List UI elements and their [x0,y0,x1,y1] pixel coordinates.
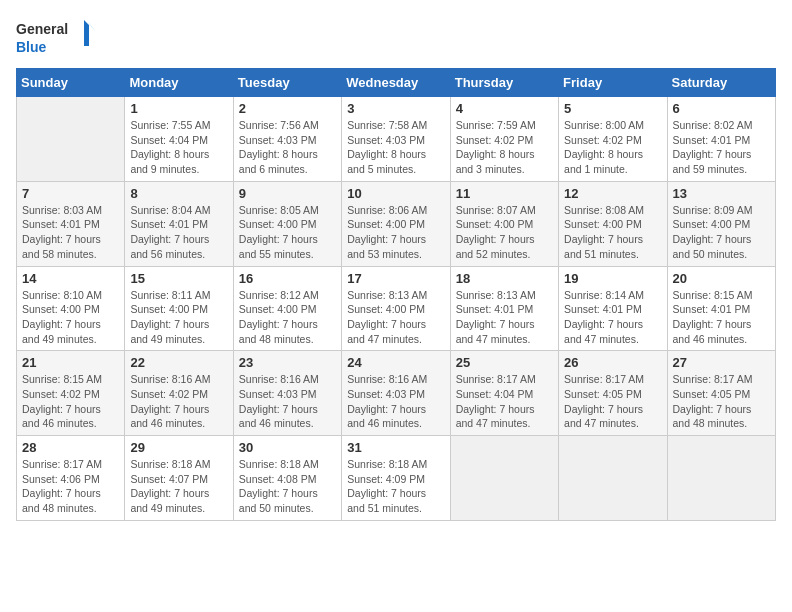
calendar-cell: 19Sunrise: 8:14 AMSunset: 4:01 PMDayligh… [559,266,667,351]
column-header-wednesday: Wednesday [342,69,450,97]
day-info: Sunrise: 8:02 AMSunset: 4:01 PMDaylight:… [673,118,770,177]
day-number: 29 [130,440,227,455]
svg-marker-2 [84,20,94,46]
day-number: 3 [347,101,444,116]
svg-marker-3 [88,22,96,32]
calendar-cell: 7Sunrise: 8:03 AMSunset: 4:01 PMDaylight… [17,181,125,266]
day-info: Sunrise: 8:17 AMSunset: 4:06 PMDaylight:… [22,457,119,516]
day-info: Sunrise: 8:17 AMSunset: 4:04 PMDaylight:… [456,372,553,431]
calendar-table: SundayMondayTuesdayWednesdayThursdayFrid… [16,68,776,521]
day-info: Sunrise: 8:16 AMSunset: 4:02 PMDaylight:… [130,372,227,431]
day-info: Sunrise: 7:59 AMSunset: 4:02 PMDaylight:… [456,118,553,177]
day-number: 19 [564,271,661,286]
calendar-cell: 25Sunrise: 8:17 AMSunset: 4:04 PMDayligh… [450,351,558,436]
day-info: Sunrise: 8:11 AMSunset: 4:00 PMDaylight:… [130,288,227,347]
day-info: Sunrise: 8:16 AMSunset: 4:03 PMDaylight:… [239,372,336,431]
day-info: Sunrise: 8:17 AMSunset: 4:05 PMDaylight:… [564,372,661,431]
day-number: 1 [130,101,227,116]
column-header-saturday: Saturday [667,69,775,97]
day-number: 16 [239,271,336,286]
day-number: 9 [239,186,336,201]
day-info: Sunrise: 8:12 AMSunset: 4:00 PMDaylight:… [239,288,336,347]
day-number: 31 [347,440,444,455]
day-info: Sunrise: 7:58 AMSunset: 4:03 PMDaylight:… [347,118,444,177]
calendar-cell: 22Sunrise: 8:16 AMSunset: 4:02 PMDayligh… [125,351,233,436]
calendar-cell: 4Sunrise: 7:59 AMSunset: 4:02 PMDaylight… [450,97,558,182]
calendar-cell: 13Sunrise: 8:09 AMSunset: 4:00 PMDayligh… [667,181,775,266]
column-header-tuesday: Tuesday [233,69,341,97]
calendar-cell: 6Sunrise: 8:02 AMSunset: 4:01 PMDaylight… [667,97,775,182]
logo-svg: General Blue [16,16,96,60]
day-number: 20 [673,271,770,286]
day-info: Sunrise: 7:55 AMSunset: 4:04 PMDaylight:… [130,118,227,177]
calendar-cell: 18Sunrise: 8:13 AMSunset: 4:01 PMDayligh… [450,266,558,351]
day-number: 4 [456,101,553,116]
day-number: 21 [22,355,119,370]
day-number: 30 [239,440,336,455]
calendar-cell: 28Sunrise: 8:17 AMSunset: 4:06 PMDayligh… [17,436,125,521]
calendar-week-5: 28Sunrise: 8:17 AMSunset: 4:06 PMDayligh… [17,436,776,521]
calendar-cell: 29Sunrise: 8:18 AMSunset: 4:07 PMDayligh… [125,436,233,521]
day-info: Sunrise: 8:03 AMSunset: 4:01 PMDaylight:… [22,203,119,262]
day-number: 18 [456,271,553,286]
header: General Blue [16,16,776,60]
calendar-cell: 23Sunrise: 8:16 AMSunset: 4:03 PMDayligh… [233,351,341,436]
calendar-week-4: 21Sunrise: 8:15 AMSunset: 4:02 PMDayligh… [17,351,776,436]
calendar-cell: 2Sunrise: 7:56 AMSunset: 4:03 PMDaylight… [233,97,341,182]
calendar-cell [450,436,558,521]
day-number: 10 [347,186,444,201]
calendar-cell: 14Sunrise: 8:10 AMSunset: 4:00 PMDayligh… [17,266,125,351]
calendar-cell: 1Sunrise: 7:55 AMSunset: 4:04 PMDaylight… [125,97,233,182]
calendar-cell: 16Sunrise: 8:12 AMSunset: 4:00 PMDayligh… [233,266,341,351]
day-info: Sunrise: 8:18 AMSunset: 4:07 PMDaylight:… [130,457,227,516]
column-header-sunday: Sunday [17,69,125,97]
svg-text:General: General [16,21,68,37]
day-info: Sunrise: 8:14 AMSunset: 4:01 PMDaylight:… [564,288,661,347]
day-number: 13 [673,186,770,201]
day-number: 7 [22,186,119,201]
logo: General Blue [16,16,96,60]
day-info: Sunrise: 8:09 AMSunset: 4:00 PMDaylight:… [673,203,770,262]
column-header-friday: Friday [559,69,667,97]
day-info: Sunrise: 8:13 AMSunset: 4:00 PMDaylight:… [347,288,444,347]
calendar-cell [667,436,775,521]
day-number: 2 [239,101,336,116]
calendar-cell: 8Sunrise: 8:04 AMSunset: 4:01 PMDaylight… [125,181,233,266]
day-info: Sunrise: 8:07 AMSunset: 4:00 PMDaylight:… [456,203,553,262]
day-number: 22 [130,355,227,370]
day-info: Sunrise: 8:06 AMSunset: 4:00 PMDaylight:… [347,203,444,262]
calendar-cell: 5Sunrise: 8:00 AMSunset: 4:02 PMDaylight… [559,97,667,182]
calendar-cell [17,97,125,182]
column-header-thursday: Thursday [450,69,558,97]
day-info: Sunrise: 8:08 AMSunset: 4:00 PMDaylight:… [564,203,661,262]
calendar-cell [559,436,667,521]
day-info: Sunrise: 8:16 AMSunset: 4:03 PMDaylight:… [347,372,444,431]
day-info: Sunrise: 8:05 AMSunset: 4:00 PMDaylight:… [239,203,336,262]
day-number: 26 [564,355,661,370]
calendar-cell: 9Sunrise: 8:05 AMSunset: 4:00 PMDaylight… [233,181,341,266]
calendar-cell: 10Sunrise: 8:06 AMSunset: 4:00 PMDayligh… [342,181,450,266]
day-number: 25 [456,355,553,370]
calendar-week-1: 1Sunrise: 7:55 AMSunset: 4:04 PMDaylight… [17,97,776,182]
calendar-cell: 30Sunrise: 8:18 AMSunset: 4:08 PMDayligh… [233,436,341,521]
calendar-cell: 17Sunrise: 8:13 AMSunset: 4:00 PMDayligh… [342,266,450,351]
calendar-week-2: 7Sunrise: 8:03 AMSunset: 4:01 PMDaylight… [17,181,776,266]
day-info: Sunrise: 8:18 AMSunset: 4:08 PMDaylight:… [239,457,336,516]
calendar-cell: 27Sunrise: 8:17 AMSunset: 4:05 PMDayligh… [667,351,775,436]
day-info: Sunrise: 8:04 AMSunset: 4:01 PMDaylight:… [130,203,227,262]
day-info: Sunrise: 8:18 AMSunset: 4:09 PMDaylight:… [347,457,444,516]
day-number: 6 [673,101,770,116]
day-info: Sunrise: 8:17 AMSunset: 4:05 PMDaylight:… [673,372,770,431]
calendar-cell: 21Sunrise: 8:15 AMSunset: 4:02 PMDayligh… [17,351,125,436]
day-number: 24 [347,355,444,370]
calendar-cell: 15Sunrise: 8:11 AMSunset: 4:00 PMDayligh… [125,266,233,351]
column-header-monday: Monday [125,69,233,97]
day-info: Sunrise: 7:56 AMSunset: 4:03 PMDaylight:… [239,118,336,177]
day-info: Sunrise: 8:15 AMSunset: 4:01 PMDaylight:… [673,288,770,347]
calendar-week-3: 14Sunrise: 8:10 AMSunset: 4:00 PMDayligh… [17,266,776,351]
day-info: Sunrise: 8:10 AMSunset: 4:00 PMDaylight:… [22,288,119,347]
day-number: 8 [130,186,227,201]
day-number: 28 [22,440,119,455]
calendar-cell: 31Sunrise: 8:18 AMSunset: 4:09 PMDayligh… [342,436,450,521]
day-number: 27 [673,355,770,370]
